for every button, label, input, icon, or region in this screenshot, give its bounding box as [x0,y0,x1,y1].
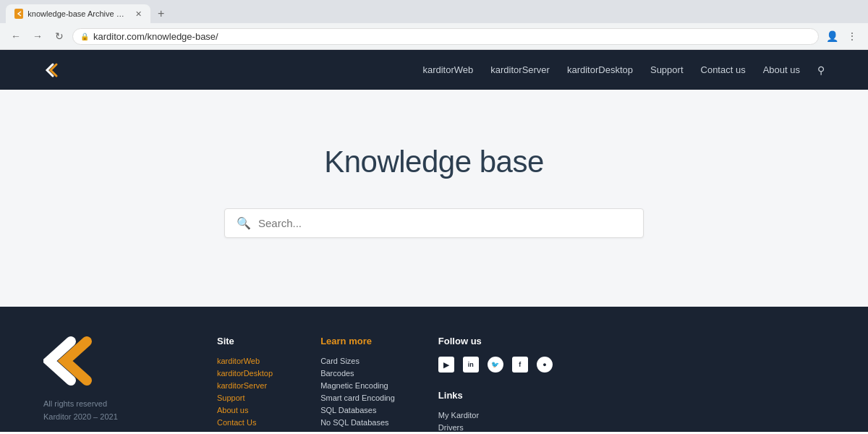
hero-section: Knowledge base 🔍 [0,90,868,307]
footer-learn-nosql[interactable]: No SQL Databases [320,418,395,427]
footer-logo [43,336,101,386]
linkedin-icon[interactable]: in [463,357,479,373]
toolbar-right: 👤 ⋮ [823,27,861,45]
back-button[interactable]: ← [7,27,25,45]
facebook-icon[interactable]: f [512,357,528,373]
footer-copyright: All rights reservedKarditor 2020 – 2021 [43,398,188,423]
footer-learn-idcard[interactable]: ID Card Software [320,430,395,432]
nav-search-icon[interactable]: ⚲ [817,64,825,76]
menu-button[interactable]: ⋮ [843,27,861,45]
nav-link-contact-us[interactable]: Contact us [701,64,746,75]
browser-toolbar: ← → ↻ 🔒 👤 ⋮ [0,23,868,49]
search-icon: 🔍 [237,216,251,230]
tab-favicon [14,9,23,19]
footer-learn-card-sizes[interactable]: Card Sizes [320,357,395,365]
nav-link-about-us[interactable]: About us [763,64,800,75]
footer-site-column: Site karditorWeb karditorDesktop kardito… [217,336,277,432]
search-input[interactable] [258,217,631,229]
drivers-link[interactable]: Drivers [438,423,553,432]
footer-learn-sql[interactable]: SQL Databases [320,406,395,414]
tab-title: knowledge-base Archive – Kardi [27,9,128,18]
footer-link-karditordesktop[interactable]: karditorDesktop [217,369,277,378]
site-col-title: Site [217,336,277,346]
refresh-button[interactable]: ↻ [51,27,68,45]
footer-link-about[interactable]: About us [217,406,277,414]
footer-learn-column: Learn more Card Sizes Barcodes Magnetic … [320,336,395,432]
links-col-title: Links [438,390,553,401]
forward-button[interactable]: → [29,27,46,45]
nav-links: karditorWeb karditorServer karditorDeskt… [422,64,825,76]
follow-icons: ▶ in 🐦 f ● [438,357,553,373]
footer-link-karditorserver[interactable]: karditorServer [217,381,277,390]
site-navigation: karditorWeb karditorServer karditorDeskt… [0,50,868,90]
footer-link-support[interactable]: Support [217,393,277,402]
footer-learn-smartcard[interactable]: Smart card Encoding [320,393,395,402]
youtube-icon[interactable]: ▶ [438,357,454,373]
nav-link-support[interactable]: Support [650,64,684,75]
footer-columns: Site karditorWeb karditorDesktop kardito… [217,336,825,432]
url-input[interactable] [93,31,811,42]
profile-button[interactable]: 👤 [823,27,841,45]
footer-follow-column: Follow us ▶ in 🐦 f ● Links My Karditor D… [438,336,553,432]
search-container: 🔍 [224,208,644,238]
new-tab-button[interactable]: + [153,6,169,22]
tab-close-button[interactable]: ✕ [135,9,142,19]
browser-tab: knowledge-base Archive – Kardi ✕ [6,4,150,23]
nav-link-karditorweb[interactable]: karditorWeb [422,64,473,75]
footer-brand: All rights reservedKarditor 2020 – 2021 … [43,336,188,432]
browser-chrome: knowledge-base Archive – Kardi ✕ + ← → ↻… [0,0,868,50]
footer-link-karditorweb[interactable]: karditorWeb [217,357,277,365]
twitter-icon[interactable]: 🐦 [488,357,503,373]
nav-link-karditorserver[interactable]: karditorServer [490,64,550,75]
learn-col-title: Learn more [320,336,395,346]
site-logo[interactable] [43,60,64,80]
site-footer: All rights reservedKarditor 2020 – 2021 … [0,307,868,432]
instagram-icon[interactable]: ● [537,357,553,373]
page-title: Knowledge base [324,145,544,179]
nav-link-karditordesktop[interactable]: karditorDesktop [567,64,633,75]
footer-learn-magnetic[interactable]: Magnetic Encoding [320,381,395,390]
lock-icon: 🔒 [80,33,89,41]
my-karditor-link[interactable]: My Karditor [438,411,553,420]
follow-col-title: Follow us [438,336,553,346]
footer-learn-barcodes[interactable]: Barcodes [320,369,395,378]
address-bar[interactable]: 🔒 [72,28,819,45]
browser-tabs: knowledge-base Archive – Kardi ✕ + [0,0,868,23]
website: karditorWeb karditorServer karditorDeskt… [0,50,868,432]
footer-link-contact[interactable]: Contact Us [217,418,277,427]
footer-link-downloads[interactable]: Downloads [217,430,277,432]
